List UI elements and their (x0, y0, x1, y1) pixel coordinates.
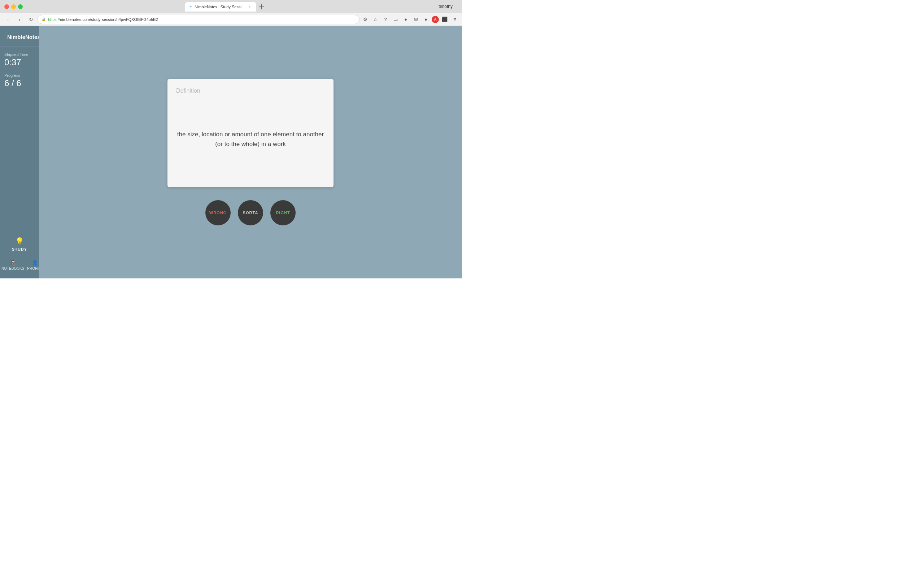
profile-icon[interactable]: ● (401, 15, 410, 24)
lastpass-icon[interactable]: ● (422, 15, 430, 24)
sidebar-bottom: 💡 STUDY 📓 NOTEBOOKS 👤 PROFILE (0, 228, 39, 279)
answer-buttons: WRONG SORTA RIGHT (205, 200, 296, 226)
refresh-button[interactable]: ↻ (26, 15, 36, 24)
tab-close-button[interactable]: × (247, 4, 252, 10)
forward-button[interactable]: › (15, 15, 24, 24)
wrong-button[interactable]: WRONG (205, 200, 231, 226)
sidebar-nav: 📓 NOTEBOOKS 👤 PROFILE (0, 256, 39, 274)
traffic-lights (4, 4, 23, 9)
security-lock-icon: 🔒 (42, 17, 46, 21)
menu-icon[interactable]: ≡ (451, 15, 459, 24)
notebooks-label: NOTEBOOKS (2, 266, 24, 271)
back-button[interactable]: ‹ (3, 15, 13, 24)
study-section: 💡 STUDY (0, 233, 39, 256)
browser-toolbar: ‹ › ↻ 🔒 https://nimblenotes.com/study-se… (0, 13, 462, 26)
url-display: https://nimblenotes.com/study-session/h4… (48, 17, 355, 22)
progress-label: Progress (4, 73, 39, 77)
abp-icon[interactable]: A (432, 16, 439, 23)
browser-chrome: ✦ NimbleNotes | Study Sessi... × timothy… (0, 0, 462, 26)
app-container: NimbleNotes Elapsed Time 0:37 Progress 6… (0, 26, 462, 279)
right-button[interactable]: RIGHT (270, 200, 296, 226)
svg-rect-1 (259, 6, 264, 7)
toolbar-actions: ⚙ ☆ ? ▭ ● ✉ ● A ⬛ ≡ (361, 15, 459, 24)
help-icon[interactable]: ? (381, 15, 390, 24)
extensions-icon[interactable]: ⚙ (361, 15, 370, 24)
logo-text: NimbleNotes (7, 34, 40, 40)
cast-icon[interactable]: ▭ (391, 15, 400, 24)
elapsed-label: Elapsed Time (4, 52, 39, 56)
card-body: the size, location or amount of one elem… (176, 100, 325, 179)
sorta-button[interactable]: SORTA (238, 200, 263, 226)
profile-person-icon: 👤 (32, 259, 38, 266)
close-traffic-light[interactable] (4, 4, 9, 9)
lightbulb-icon: 💡 (15, 237, 24, 246)
active-tab[interactable]: ✦ NimbleNotes | Study Sessi... × (185, 2, 256, 11)
card-definition-text: the size, location or amount of one elem… (176, 129, 325, 149)
new-tab-button[interactable] (257, 2, 267, 11)
notebooks-icon: 📓 (10, 259, 16, 266)
minimize-traffic-light[interactable] (11, 4, 16, 9)
progress-value: 6 / 6 (4, 78, 39, 89)
tab-title: NimbleNotes | Study Sessi... (195, 5, 245, 9)
card-type-label: Definition (176, 88, 325, 94)
extra-icon[interactable]: ⬛ (440, 15, 449, 24)
user-label: timothy (436, 4, 455, 9)
sidebar-stats: Elapsed Time 0:37 Progress 6 / 6 (0, 47, 39, 228)
mail-icon[interactable]: ✉ (412, 15, 420, 24)
address-bar[interactable]: 🔒 https://nimblenotes.com/study-session/… (37, 15, 360, 24)
flashcard: Definition the size, location or amount … (168, 79, 333, 187)
browser-titlebar: ✦ NimbleNotes | Study Sessi... × timothy (0, 0, 462, 13)
notebooks-nav-item[interactable]: 📓 NOTEBOOKS (0, 256, 26, 274)
study-label: STUDY (12, 247, 27, 251)
bookmark-star-icon[interactable]: ☆ (371, 15, 380, 24)
tab-favicon: ✦ (189, 5, 192, 9)
elapsed-value: 0:37 (4, 57, 39, 68)
main-content: Definition the size, location or amount … (39, 26, 462, 279)
maximize-traffic-light[interactable] (18, 4, 23, 9)
tab-bar: ✦ NimbleNotes | Study Sessi... × (156, 2, 295, 11)
sidebar: NimbleNotes Elapsed Time 0:37 Progress 6… (0, 26, 39, 279)
sidebar-logo: NimbleNotes (0, 26, 39, 47)
